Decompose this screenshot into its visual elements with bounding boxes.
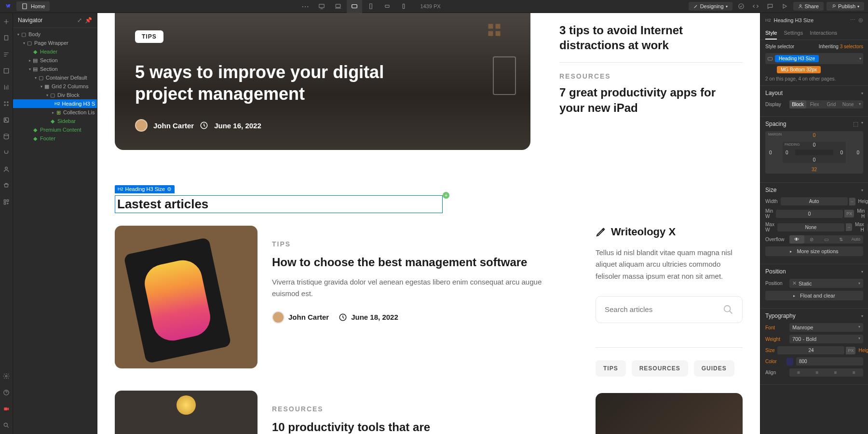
- color-swatch[interactable]: [787, 358, 793, 366]
- padding-right[interactable]: 0: [840, 150, 843, 155]
- tree-sidebar[interactable]: ◆Sidebar: [13, 117, 97, 125]
- align-justify-icon[interactable]: ≡: [845, 368, 863, 377]
- cms-icon[interactable]: [2, 133, 10, 140]
- home-button[interactable]: Home: [16, 1, 50, 11]
- tree-grid[interactable]: ▾▦Grid 2 Columns: [13, 82, 97, 91]
- tree-page-wrapper[interactable]: ▾▢Page Wrapper: [13, 39, 97, 47]
- chevron-down-icon[interactable]: ▾: [859, 56, 861, 61]
- preview-icon[interactable]: [779, 0, 790, 12]
- breakpoint-mobile-landscape-icon[interactable]: [380, 0, 395, 13]
- tag-tips[interactable]: TIPS: [596, 360, 626, 377]
- breakpoint-desktop-icon[interactable]: [314, 0, 329, 13]
- collapse-icon[interactable]: ⤢: [77, 17, 82, 24]
- side-item[interactable]: RESOURCES 7 great productivity apps for …: [559, 63, 743, 124]
- comment-icon[interactable]: [764, 0, 776, 12]
- apps-icon[interactable]: [2, 198, 10, 206]
- tree-container[interactable]: ▾▢Container Default: [13, 73, 97, 82]
- tree-divblock[interactable]: ▾▢Div Block: [13, 91, 97, 99]
- overflow-auto-icon[interactable]: ⇅: [834, 235, 849, 244]
- tree-heading-selected[interactable]: H2Heading H3 S: [13, 99, 97, 108]
- align-left-icon[interactable]: ≡: [789, 368, 808, 377]
- size-section-title[interactable]: Size: [765, 187, 776, 193]
- tree-collection[interactable]: ▸⊞Collection Lis: [13, 108, 97, 117]
- margin-bottom[interactable]: 32: [812, 167, 817, 172]
- padding-left[interactable]: 0: [786, 150, 788, 155]
- weight-select[interactable]: 700 - Bold▾: [789, 335, 863, 343]
- more-icon[interactable]: ⋯: [850, 17, 855, 23]
- side-item[interactable]: 3 tips to avoid Internet distractions at…: [559, 13, 743, 63]
- spacing-editor[interactable]: MARGIN 0 0 0 32 PADDING 0 0 0 0: [765, 131, 863, 174]
- layout-section-title[interactable]: Layout: [765, 90, 783, 96]
- tab-style[interactable]: Style: [765, 27, 777, 40]
- gear-icon[interactable]: ⚙: [167, 186, 172, 192]
- code-icon[interactable]: [750, 0, 761, 12]
- padding-top[interactable]: 0: [813, 142, 816, 148]
- style-manager-icon[interactable]: [2, 100, 10, 108]
- add-element-icon[interactable]: [2, 18, 10, 26]
- position-section-title[interactable]: Position: [765, 268, 786, 275]
- help-icon[interactable]: [2, 389, 10, 396]
- latest-articles-heading[interactable]: Lastest articles: [115, 195, 443, 213]
- padding-bottom[interactable]: 0: [813, 157, 816, 163]
- video-icon[interactable]: [2, 405, 10, 413]
- align-center-icon[interactable]: ≡: [808, 368, 826, 377]
- breakpoint-tablet-landscape-icon[interactable]: [347, 0, 362, 13]
- font-select[interactable]: Manrope▾: [789, 323, 863, 332]
- components-icon[interactable]: [2, 67, 10, 75]
- class-selector[interactable]: Heading H3 Size ▾: [765, 53, 863, 64]
- margin-left[interactable]: 0: [769, 150, 772, 155]
- search-icon[interactable]: [2, 421, 10, 429]
- tree-body[interactable]: ▾▢Body: [13, 30, 97, 39]
- overflow-scroll-icon[interactable]: ▭: [819, 235, 834, 244]
- design-canvas[interactable]: TIPS 5 ways to improve your digital proj…: [97, 13, 760, 434]
- add-element-dot[interactable]: +: [443, 192, 449, 199]
- margin-right[interactable]: 0: [856, 150, 859, 155]
- breakpoint-laptop-icon[interactable]: [330, 0, 346, 13]
- search-input[interactable]: [605, 305, 723, 313]
- position-select[interactable]: ✕ Static ▾: [789, 279, 863, 288]
- navigator-icon[interactable]: [2, 51, 10, 58]
- tree-header[interactable]: ◆Header: [13, 47, 97, 56]
- article-card[interactable]: TIPS How to choose the best management s…: [115, 226, 567, 368]
- share-button[interactable]: Share: [793, 2, 824, 11]
- minw-input[interactable]: [776, 210, 843, 218]
- selection-badge[interactable]: H2 Heading H3 Size ⚙: [115, 185, 175, 193]
- pin-icon[interactable]: 📌: [85, 17, 92, 24]
- focus-icon[interactable]: ◎: [858, 17, 863, 23]
- logic-icon[interactable]: [2, 149, 10, 157]
- class-chip-primary[interactable]: Heading H3 Size: [775, 55, 819, 62]
- tree-premium[interactable]: ◆Premium Content: [13, 125, 97, 134]
- tag-guides[interactable]: GUIDES: [694, 360, 734, 377]
- class-chip-secondary[interactable]: MG Bottom 32px: [777, 66, 821, 73]
- check-icon[interactable]: [735, 0, 747, 12]
- tree-section-2[interactable]: ▾▤Section: [13, 65, 97, 73]
- spacing-mode-icon[interactable]: ⬚: [853, 121, 858, 127]
- tag-resources[interactable]: RESOURCES: [632, 360, 688, 377]
- float-clear-toggle[interactable]: Float and clear: [800, 293, 835, 298]
- align-right-icon[interactable]: ≡: [827, 368, 845, 377]
- tab-interactions[interactable]: Interactions: [810, 27, 837, 40]
- users-icon[interactable]: [2, 165, 10, 173]
- webflow-logo-icon[interactable]: [4, 2, 13, 11]
- font-size-input[interactable]: [777, 346, 844, 354]
- hero-card[interactable]: TIPS 5 ways to improve your digital proj…: [115, 13, 530, 150]
- color-input[interactable]: [796, 357, 863, 366]
- ecommerce-icon[interactable]: [2, 182, 10, 190]
- tab-settings[interactable]: Settings: [784, 27, 803, 40]
- pages-icon[interactable]: [2, 34, 10, 42]
- assets-icon[interactable]: [2, 116, 10, 124]
- designing-button[interactable]: Designing ▾: [689, 2, 732, 11]
- width-input[interactable]: [781, 197, 848, 205]
- typography-section-title[interactable]: Typography: [765, 312, 796, 319]
- align-segmented[interactable]: ≡ ≡ ≡ ≡: [789, 368, 863, 377]
- display-segmented[interactable]: Block Flex Grid None ▾: [789, 100, 863, 108]
- tree-section-1[interactable]: ▸▤Section: [13, 56, 97, 65]
- more-size-options[interactable]: More size options: [797, 248, 838, 254]
- article-card[interactable]: RESOURCES 10 productivity tools that are: [115, 391, 567, 434]
- settings-icon[interactable]: [2, 372, 10, 380]
- inherit-count[interactable]: 3 selectors: [840, 44, 863, 49]
- variables-icon[interactable]: [2, 83, 10, 91]
- breakpoint-mobile-icon[interactable]: [396, 0, 411, 13]
- search-icon[interactable]: [723, 304, 733, 315]
- spacing-section-title[interactable]: Spacing: [765, 121, 786, 127]
